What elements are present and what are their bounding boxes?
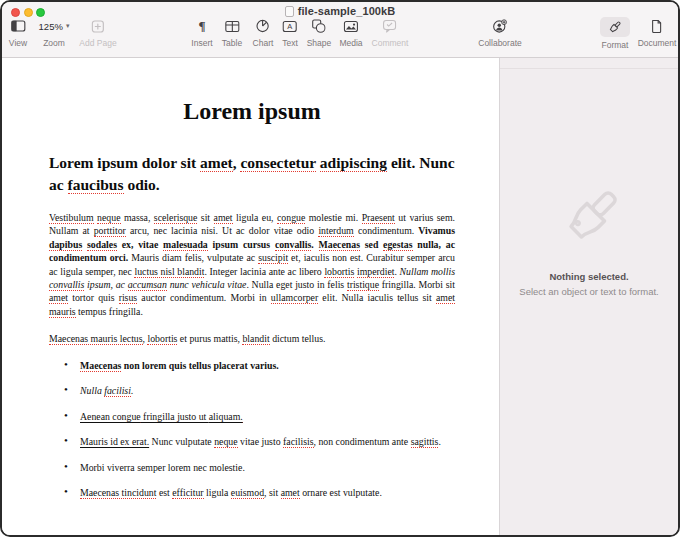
- empty-state-subtitle: Select an object or text to format.: [519, 286, 658, 297]
- text-run: Nulla: [80, 385, 104, 396]
- text-run: facilisi: [104, 385, 131, 397]
- format-sidebar: Nothing selected. Select an object or te…: [499, 58, 678, 537]
- text-run: imperdiet: [357, 266, 395, 278]
- document-button[interactable]: Document: [638, 17, 677, 48]
- text-run: tempus fringilla.: [76, 306, 143, 317]
- text-run: Mauris id ex: [80, 436, 132, 447]
- text-run: egestas: [383, 239, 412, 251]
- text-run: consectetur: [240, 154, 315, 172]
- text-run: accumsan: [128, 279, 167, 291]
- table-button[interactable]: Table: [222, 17, 242, 48]
- bullet-item[interactable]: Maecenas non lorem quis tellus placerat …: [49, 359, 455, 372]
- pages-window: file-sample_100kB View 125% ▾ Zoom Add P…: [0, 0, 680, 537]
- text-run: convallis: [49, 279, 84, 291]
- empty-state-paintbrush-icon: [553, 183, 625, 255]
- doc-paragraph-2[interactable]: Maecenas mauris lectus, lobortis et puru…: [49, 332, 455, 345]
- text-run: sagittis: [411, 436, 439, 448]
- text-run: Vestibulum: [49, 212, 94, 224]
- text-run: amet: [49, 292, 68, 304]
- text-run: . Integer lacinia ante ac libero: [204, 266, 324, 277]
- text-run: efficitur: [172, 487, 203, 499]
- insert-button[interactable]: ¶ Insert: [191, 17, 212, 48]
- text-label: Text: [282, 38, 298, 48]
- text-run: Maecenas mauris lectus: [49, 333, 143, 345]
- text-run: .: [438, 436, 440, 447]
- text-run: et purus mattis,: [177, 333, 242, 344]
- zoom-value: 125%: [39, 21, 63, 32]
- bullet-item[interactable]: Aenean congue fringilla justo ut aliquam…: [49, 410, 455, 423]
- text-run: ligula eu,: [233, 212, 277, 223]
- text-run: lobortis: [324, 266, 354, 278]
- text-run: Nunc vulputate: [149, 436, 214, 447]
- bullet-item[interactable]: Morbi viverra semper lorem nec molestie.: [49, 461, 455, 474]
- zoom-control[interactable]: 125% ▾ Zoom: [39, 17, 70, 48]
- text-run: arcu, nec lacinia nisi. Ut ac dolor vita…: [126, 225, 319, 236]
- shape-label: Shape: [307, 38, 332, 48]
- text-run: vitae justo: [238, 436, 283, 447]
- text-run: ipsum cursus: [208, 239, 275, 250]
- collaborate-label: Collaborate: [478, 38, 521, 48]
- window-content: Lorem ipsum Lorem ipsum dolor sit amet, …: [2, 58, 678, 537]
- zoom-dropdown[interactable]: 125% ▾: [39, 17, 70, 35]
- chart-label: Chart: [253, 38, 274, 48]
- view-button[interactable]: View: [9, 17, 27, 48]
- bullet-item[interactable]: Maecenas tincidunt est efficitur ligula …: [49, 486, 455, 499]
- text-run: blandit: [242, 333, 269, 345]
- text-run: euismod: [231, 487, 264, 499]
- text-run: amet: [281, 487, 300, 499]
- text-run: faucibus: [68, 176, 124, 194]
- paintbrush-icon: [608, 18, 622, 36]
- window-title: file-sample_100kB: [298, 5, 396, 17]
- zoom-label: Zoom: [43, 38, 65, 48]
- text-run: lobortis: [147, 333, 177, 345]
- table-label: Table: [222, 38, 242, 48]
- text-button[interactable]: A Text: [282, 17, 298, 48]
- add-page-icon: [92, 17, 105, 35]
- text-run: auctor condimentum. Morbi in: [137, 292, 271, 303]
- window-header: file-sample_100kB View 125% ▾ Zoom Add P…: [2, 2, 678, 58]
- chevron-down-icon: ▾: [66, 22, 70, 30]
- text-run: congue: [277, 212, 305, 224]
- text-run: tortor quis: [68, 292, 119, 303]
- format-button[interactable]: Format: [600, 17, 630, 50]
- text-run: facilisis: [283, 436, 313, 448]
- text-run: risus: [119, 292, 138, 304]
- insert-label: Insert: [191, 38, 212, 48]
- empty-state-title: Nothing selected.: [549, 271, 628, 282]
- shape-button[interactable]: Shape: [307, 17, 332, 48]
- text-run: amet: [214, 212, 233, 224]
- add-page-button: Add Page: [79, 17, 116, 48]
- bullet-item[interactable]: Mauris id ex erat. Nunc vulputate neque …: [49, 435, 455, 448]
- text-run: fringilla. Morbi sit: [379, 279, 455, 290]
- text-run: massa,: [121, 212, 154, 223]
- text-run: neque: [97, 212, 120, 224]
- text-box-icon: A: [283, 17, 298, 35]
- chart-button[interactable]: Chart: [253, 17, 274, 48]
- bullet-item[interactable]: Nulla facilisi.: [49, 384, 455, 397]
- text-run: , non condimentum ante: [314, 436, 411, 447]
- doc-heading[interactable]: Lorem ipsum dolor sit amet, consectetur …: [49, 152, 455, 196]
- text-run: Vivamus: [418, 225, 455, 236]
- text-run: sodales: [87, 239, 117, 251]
- text-run: molestie mi.: [305, 212, 361, 223]
- doc-paragraph-1[interactable]: Vestibulum neque massa, scelerisque sit …: [49, 211, 455, 318]
- text-run: malesuada: [163, 239, 208, 251]
- text-run: Mauris diam felis, vulputate ac: [128, 252, 258, 263]
- text-run: condimentum.: [354, 225, 419, 236]
- doc-title[interactable]: Lorem ipsum: [49, 98, 455, 125]
- pilcrow-icon: ¶: [198, 17, 205, 35]
- text-run: Morbi viverra semper lorem nec molestie.: [80, 462, 245, 473]
- text-run: elit. Nulla iaculis tellus sit: [318, 292, 436, 303]
- svg-text:A: A: [287, 22, 292, 31]
- text-run: Maecenas: [80, 360, 121, 372]
- document-canvas[interactable]: Lorem ipsum Lorem ipsum dolor sit amet, …: [2, 58, 499, 537]
- text-run: luctus nisl blandit: [134, 266, 204, 278]
- text-run: aliquam.: [209, 411, 243, 423]
- text-run: Praesent: [362, 212, 395, 224]
- media-label: Media: [339, 38, 362, 48]
- text-run: Maecenas: [319, 239, 360, 251]
- document-proxy-icon[interactable]: [285, 6, 294, 17]
- media-button[interactable]: Media: [339, 17, 362, 48]
- pie-chart-icon: [256, 17, 270, 35]
- collaborate-button[interactable]: Collaborate: [478, 17, 521, 48]
